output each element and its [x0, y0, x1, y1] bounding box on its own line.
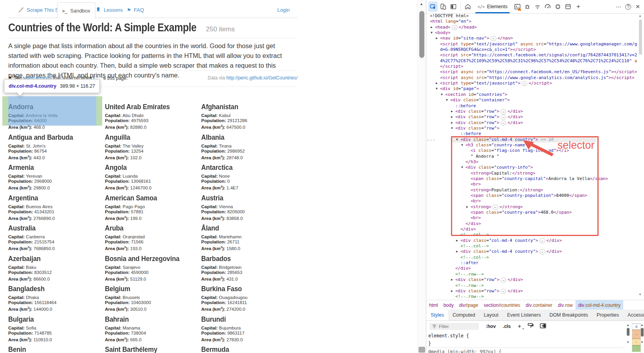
breadcrumb-item[interactable]: body	[441, 300, 456, 310]
dom-tree-node[interactable]: <script async src="https://www.google-an…	[426, 75, 637, 81]
tab-elements[interactable]: </> Elements	[473, 0, 512, 13]
collapse-arrow-icon[interactable]: ▼	[431, 30, 433, 36]
dom-tree-node[interactable]: <br>	[426, 215, 637, 221]
dom-tree-node[interactable]: <!--.col-->	[426, 243, 637, 249]
collapse-arrow-icon[interactable]: ▼	[461, 165, 463, 170]
dom-tree-node[interactable]: <script async src="https://connect.faceb…	[426, 69, 637, 75]
dom-tree-node[interactable]: d=G-09N5RQCFG4&cx=c&_slc=1"></script>	[426, 47, 637, 52]
expand-arrow-icon[interactable]: ▶	[466, 204, 468, 210]
toggle-classes[interactable]: .cls	[503, 324, 511, 329]
expand-ellipsis-icon[interactable]: …	[521, 81, 527, 86]
tree-scroll-down-icon[interactable]: ▼	[639, 293, 642, 296]
collapse-arrow-icon[interactable]: ▼	[451, 126, 453, 131]
scrollbar-thumb[interactable]	[641, 328, 644, 337]
dom-tree-node[interactable]: ▶<div class="col-md-4 country">…</div>	[426, 249, 637, 254]
scroll-down-icon[interactable]: ▼	[640, 340, 644, 344]
expand-ellipsis-icon[interactable]: …	[539, 249, 545, 254]
dom-tree-node[interactable]: </div>	[426, 227, 637, 232]
nav-item-faq[interactable]: ⚑FAQ	[122, 2, 149, 18]
new-style-rule-icon[interactable]: +▾	[518, 323, 521, 330]
expand-arrow-icon[interactable]: ▶	[451, 277, 453, 283]
styles-tab-event-listeners[interactable]: Event Listeners	[503, 310, 545, 321]
style-rule-partial[interactable]: @media (min-width: 992px) {	[428, 349, 585, 353]
dom-tree-node[interactable]: <script type="text/javascript" async src…	[426, 41, 637, 47]
scrollbar-thumb[interactable]	[627, 328, 630, 336]
expand-arrow-icon[interactable]: ▶	[451, 114, 453, 120]
dom-tree-node[interactable]: ▼<h3 class="country-name">	[426, 142, 637, 148]
dom-tree-node[interactable]: ▶<div class="row">…</div>	[426, 114, 637, 120]
scroll-up-icon[interactable]: ▲	[640, 323, 644, 327]
dom-tree-node[interactable]: <span class="country-area">468.0</span>	[426, 210, 637, 215]
styles-tab-dom-breakpoints[interactable]: DOM Breakpoints	[545, 310, 592, 321]
expand-ellipsis-icon[interactable]: …	[501, 121, 507, 126]
dom-tree-node[interactable]: ▶<div class="col-md-4 country">…</div>	[426, 238, 637, 243]
style-rule[interactable]: element.style {	[426, 332, 624, 340]
dom-tree-scrollbar[interactable]: ▲ ▼	[637, 13, 644, 300]
tree-scrollbar-thumb[interactable]	[639, 20, 642, 55]
dom-tree-node[interactable]: ::after	[426, 260, 637, 266]
dom-tree-node[interactable]: ▶<nav id="site-nav">…</nav>	[426, 36, 637, 41]
scroll-up-icon[interactable]: ▲	[420, 2, 423, 6]
application-icon[interactable]	[563, 2, 573, 12]
filter-input[interactable]: Filter	[429, 323, 479, 330]
nav-item-sandbox[interactable]: >_Sandbox	[57, 2, 96, 19]
node-actions-icon[interactable]: ...	[427, 137, 436, 142]
dom-tree-node[interactable]: ▼<div id="page">	[426, 86, 637, 92]
device-emulation-icon[interactable]	[438, 2, 448, 12]
expand-ellipsis-icon[interactable]: …	[501, 277, 507, 283]
styles-tab-styles[interactable]: Styles	[426, 310, 448, 321]
breadcrumb-item[interactable]: div.col-md-4.country	[575, 300, 623, 310]
dock-side-icon[interactable]	[449, 2, 458, 12]
expand-ellipsis-icon[interactable]: …	[501, 115, 507, 120]
style-rule[interactable]: }	[426, 340, 624, 348]
breadcrumb-item[interactable]: html	[426, 300, 441, 310]
expand-arrow-icon[interactable]: ▶	[456, 249, 458, 254]
breadcrumb-item[interactable]: div#page	[456, 300, 481, 310]
expand-arrow-icon[interactable]: ▶	[456, 238, 458, 243]
expand-ellipsis-icon[interactable]: …	[491, 36, 496, 41]
dom-tree-node[interactable]: ▶<div class="row">…</div>	[426, 109, 637, 114]
dom-tree-node[interactable]: <strong>Population:</strong>	[426, 187, 637, 193]
expand-arrow-icon[interactable]: ▶	[436, 81, 438, 86]
dom-tree-node[interactable]: <span class="country-population">84000</…	[426, 193, 637, 198]
dom-tree-node[interactable]: ▼<div class="country-info">	[426, 165, 637, 170]
dom-tree-node[interactable]: <!--.row-->	[426, 294, 637, 299]
collapse-arrow-icon[interactable]: ▼	[456, 137, 458, 142]
collapse-arrow-icon[interactable]: ▼	[446, 97, 448, 103]
network-icon[interactable]	[533, 2, 542, 12]
more-options-icon[interactable]: ⋯	[614, 4, 623, 10]
expand-ellipsis-icon[interactable]: …	[492, 205, 498, 210]
dom-tree-node[interactable]: </h3>	[426, 159, 637, 165]
collapse-arrow-icon[interactable]: ▼	[441, 92, 443, 97]
expand-ellipsis-icon[interactable]: …	[501, 289, 507, 294]
expand-ellipsis-icon[interactable]: …	[539, 238, 545, 243]
coloring-format-icon[interactable]	[528, 323, 534, 330]
expand-ellipsis-icon[interactable]: …	[501, 109, 507, 114]
dom-tree-node[interactable]: ▶<script type="text/javascript">…</scrip…	[426, 81, 637, 86]
dom-tree-node[interactable]: </div>	[426, 266, 637, 271]
dom-tree-node[interactable]: ▶<div class="row">…</div>	[426, 288, 637, 294]
styles-tab-accessibility[interactable]: Accessibility	[623, 310, 644, 321]
styles-tab-properties[interactable]: Properties	[592, 310, 623, 321]
console-icon[interactable]	[512, 2, 522, 12]
dom-tree-node[interactable]: <!--.row-->	[426, 272, 637, 277]
dom-tree-node[interactable]: ▼<div class="container">	[426, 97, 637, 103]
dom-tree-node[interactable]: " Andorra "	[426, 154, 637, 159]
dom-tree-node[interactable]: </script>	[426, 64, 637, 69]
dom-tree-node[interactable]: 4%2C77%2C67%2C109%2C59%2C58%2C31%2C96%2C…	[426, 58, 637, 64]
styles-tab-computed[interactable]: Computed	[448, 310, 480, 321]
scroll-up-icon[interactable]: ▲	[626, 323, 630, 327]
dom-tree-node[interactable]: ▶<div class="row">…</div>	[426, 277, 637, 283]
scrollbar-thumb[interactable]	[419, 11, 424, 58]
dom-tree-node[interactable]: <i class="flag-icon flag-icon-ad"></i>	[426, 148, 637, 153]
tree-scroll-up-icon[interactable]: ▲	[639, 14, 642, 18]
expand-ellipsis-icon[interactable]: …	[452, 25, 458, 30]
login-link[interactable]: Login	[277, 7, 290, 13]
styles-scrollbar[interactable]: ▲ ▼	[626, 323, 630, 353]
dom-tree-node[interactable]: <!DOCTYPE html>	[426, 13, 637, 19]
performance-icon[interactable]	[543, 2, 552, 12]
toggle-hover-state[interactable]: :hov	[486, 324, 496, 329]
dom-tree-node[interactable]: <html lang="en">	[426, 19, 637, 24]
breadcrumb-item[interactable]: section#countries	[481, 300, 523, 310]
help-icon[interactable]: ?	[625, 4, 631, 10]
